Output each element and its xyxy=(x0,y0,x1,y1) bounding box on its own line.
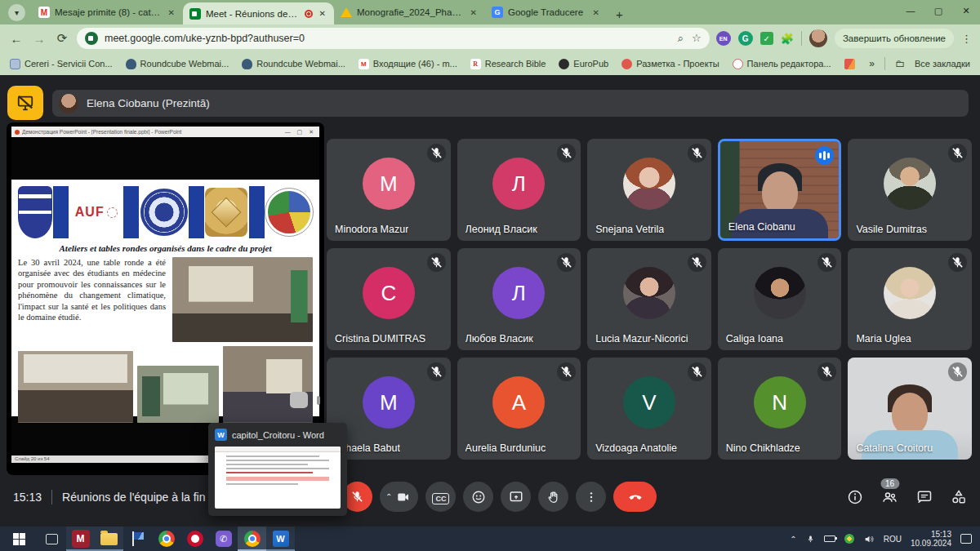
extension-grammarly-icon[interactable]: G xyxy=(738,31,753,46)
people-button[interactable]: 16 xyxy=(881,489,898,505)
participant-tile[interactable]: Maria Uglea xyxy=(848,248,972,350)
translate-favicon: G xyxy=(492,7,503,18)
extension-check-icon[interactable]: ✓ xyxy=(760,32,773,45)
taskbar-sync-app-button[interactable] xyxy=(180,527,209,551)
all-bookmarks-folder-icon: 🗀 xyxy=(895,58,905,69)
new-tab-button[interactable]: + xyxy=(608,7,631,24)
tray-volume-icon[interactable] xyxy=(863,534,875,544)
participant-tile[interactable]: Elena Ciobanu xyxy=(718,139,842,241)
participant-tile[interactable]: Lucia Mazur-Nicorici xyxy=(587,248,711,350)
site-icon xyxy=(85,32,98,45)
taskbar-task-view-button[interactable] xyxy=(38,527,66,551)
tab-close-icon[interactable]: ✕ xyxy=(318,9,327,18)
profile-avatar[interactable] xyxy=(809,29,827,47)
avatar: M xyxy=(363,158,415,210)
word-document-thumbnail[interactable] xyxy=(215,447,341,509)
activities-button[interactable] xyxy=(951,489,967,505)
tab-title: Meet - Réunions de l'équip xyxy=(206,9,300,19)
present-button[interactable] xyxy=(501,482,531,512)
extensions-puzzle-icon[interactable]: 🧩 xyxy=(781,33,794,45)
bookmark-item-6[interactable]: Разметка - Проекты xyxy=(621,59,719,69)
participant-tile[interactable]: ЛЛюбов Власик xyxy=(457,248,581,350)
c-red-bookmark-icon xyxy=(621,59,632,69)
meet-main: Elena Ciobanu (Prezintă) Демонстрация Po… xyxy=(0,75,980,527)
captions-button[interactable]: CC xyxy=(425,482,456,512)
bookmark-item-5[interactable]: EuroPub xyxy=(559,59,608,69)
browser-tab-3[interactable]: G Google Traducere ✕ xyxy=(485,0,608,24)
participant-tile[interactable]: CCristina DUMITRAS xyxy=(327,248,451,350)
browser-menu-button[interactable]: ⋮ xyxy=(961,33,972,45)
bookmark-item-3[interactable]: MВходящие (46) - m... xyxy=(359,59,457,69)
panel-red-bookmark-icon xyxy=(733,59,743,69)
taskbar-flag-app-button[interactable] xyxy=(123,527,152,551)
participant-tile[interactable]: AAurelia Burduniuc xyxy=(457,358,581,460)
taskbar-start-button[interactable] xyxy=(0,527,38,551)
tray-clock[interactable]: 15:13 10.09.2024 xyxy=(911,530,951,548)
tray-expand-chevron[interactable]: ⌃ xyxy=(790,535,796,544)
participant-tile[interactable]: ЛЛеонид Власик xyxy=(457,139,581,241)
bookmark-item-0[interactable]: Cereri - Servicii Con... xyxy=(10,59,113,69)
mic-off-icon xyxy=(427,144,446,162)
back-button[interactable]: ← xyxy=(8,32,24,46)
participant-tile[interactable]: Vasile Dumitras xyxy=(848,139,972,241)
tray-antivirus-icon[interactable] xyxy=(844,534,854,544)
all-bookmarks-button[interactable]: Все закладки xyxy=(915,59,970,69)
participant-tile[interactable]: NNino Chikhladze xyxy=(718,358,842,460)
participant-name: Aurelia Burduniuc xyxy=(466,442,546,454)
action-center-icon[interactable] xyxy=(960,534,972,544)
tab-close-icon[interactable]: ✕ xyxy=(469,8,479,17)
chat-button[interactable] xyxy=(916,489,933,505)
taskbar-chrome-button[interactable] xyxy=(152,527,180,551)
taskbar-viber-button[interactable]: ✆ xyxy=(209,527,238,551)
participant-tile[interactable]: MMinodora Mazur xyxy=(327,139,451,241)
word-preview-popup[interactable]: W capitol_Croitoru - Word xyxy=(208,423,347,516)
extension-en-icon[interactable]: EN xyxy=(716,31,731,46)
tab-title: Monografie_2024_PhageLand - xyxy=(357,7,464,17)
mic-off-icon xyxy=(557,362,576,381)
slideshow-nav-widget[interactable] xyxy=(290,392,308,408)
window-minimize-button[interactable]: — xyxy=(897,0,924,21)
bookmark-item-2[interactable]: Roundcube Webmai... xyxy=(242,59,345,69)
participant-tile[interactable]: Catalina Croitoru xyxy=(848,358,972,460)
camera-button[interactable]: ⌃ xyxy=(380,482,418,512)
zoom-page-icon[interactable]: ⌕ xyxy=(678,32,684,45)
presentation-off-button[interactable] xyxy=(7,86,43,120)
bookmark-item-4[interactable]: RResearch Bible xyxy=(470,59,546,69)
tray-battery-icon[interactable] xyxy=(824,535,835,542)
taskbar-chrome-active-button[interactable] xyxy=(238,527,266,551)
taskbar-mendeley-button[interactable]: M xyxy=(66,527,95,551)
taskbar-word-button[interactable]: W xyxy=(266,527,295,551)
viber-icon: ✆ xyxy=(216,531,232,547)
bookmark-item-7[interactable]: Панель редактора... xyxy=(733,59,831,69)
forward-button[interactable]: → xyxy=(31,32,47,46)
participant-tile[interactable]: Snejana Vetrila xyxy=(587,139,711,241)
bookmark-item-8[interactable]: One Health & Risk... xyxy=(844,59,857,69)
address-bar[interactable]: meet.google.com/uke-yznb-bpd?authuser=0 … xyxy=(77,28,710,49)
tab-close-icon[interactable]: ✕ xyxy=(167,8,176,17)
chevron-up-icon[interactable]: ⌃ xyxy=(385,492,392,501)
window-maximize-button[interactable]: ▢ xyxy=(924,0,952,21)
tab-search-button[interactable]: ▾ xyxy=(8,4,25,21)
tab-close-icon[interactable]: ✕ xyxy=(591,8,601,17)
browser-tab-2[interactable]: Monografie_2024_PhageLand - ✕ xyxy=(334,0,485,24)
window-close-button[interactable]: ✕ xyxy=(952,0,980,21)
browser-tab-0[interactable]: M Mesaje primite (8) - catalina.cro ✕ xyxy=(32,0,183,24)
reload-button[interactable]: ⟳ xyxy=(54,31,70,46)
bookmarks-divider xyxy=(884,57,885,70)
participant-tile[interactable]: VVizdoaga Anatolie xyxy=(587,358,711,460)
participant-tile[interactable]: Caliga Ioana xyxy=(718,248,842,350)
bookmark-star-icon[interactable]: ☆ xyxy=(692,32,702,45)
round-seal-logo xyxy=(140,189,188,236)
finish-update-button[interactable]: Завершить обновление xyxy=(835,29,954,48)
raise-hand-button[interactable] xyxy=(538,482,568,512)
browser-tab-1[interactable]: Meet - Réunions de l'équip ✕ xyxy=(183,2,334,24)
tray-mic-icon[interactable] xyxy=(806,534,815,544)
tray-language-indicator[interactable]: ROU xyxy=(884,535,902,544)
more-options-button[interactable] xyxy=(576,482,606,512)
info-button[interactable] xyxy=(847,489,863,505)
reactions-button[interactable] xyxy=(463,482,493,512)
taskbar-file-explorer-button[interactable] xyxy=(95,527,123,551)
bookmark-item-1[interactable]: Roundcube Webmai... xyxy=(126,59,229,69)
bookmarks-overflow-chevron[interactable]: » xyxy=(869,58,875,69)
end-call-button[interactable] xyxy=(613,482,657,512)
